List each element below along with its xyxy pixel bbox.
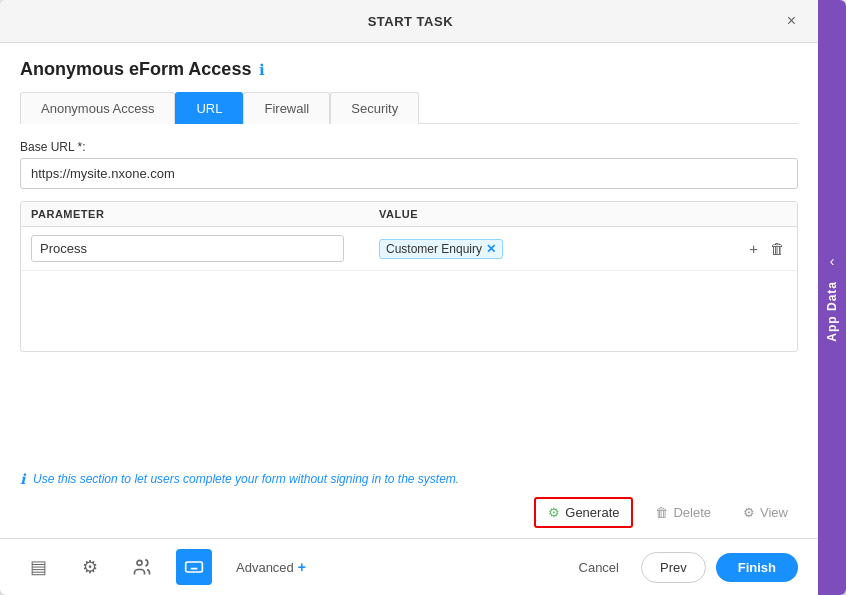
add-row-button[interactable]: +	[747, 238, 760, 259]
tabs-row: Anonymous Access URL Firewall Security	[20, 92, 798, 124]
footer-form-icon[interactable]: ▤	[20, 549, 56, 585]
col-parameter: PARAMETER	[31, 208, 379, 220]
generate-label: Generate	[565, 505, 619, 520]
info-text: Use this section to let users complete y…	[33, 472, 459, 486]
info-bar: ℹ Use this section to let users complete…	[20, 461, 798, 493]
table-row: Customer Enquiry ✕ + 🗑	[21, 227, 797, 271]
svg-rect-1	[186, 562, 203, 572]
form-area: Base URL *: PARAMETER VALUE	[20, 140, 798, 461]
generate-button[interactable]: ⚙ Generate	[534, 497, 633, 528]
tab-anonymous-access[interactable]: Anonymous Access	[20, 92, 175, 124]
value-cell: Customer Enquiry ✕	[379, 239, 692, 259]
start-task-dialog: START TASK × Anonymous eForm Access ℹ An…	[0, 0, 846, 595]
delete-label: Delete	[673, 505, 711, 520]
generate-gear-icon: ⚙	[548, 505, 560, 520]
tag-close-button[interactable]: ✕	[486, 242, 496, 256]
advanced-label: Advanced	[236, 560, 294, 575]
dialog-title: START TASK	[40, 14, 781, 29]
footer-nav: Cancel Prev Finish	[567, 552, 798, 583]
advanced-plus-icon: +	[298, 559, 306, 575]
col-actions	[727, 208, 787, 220]
dialog-body: Anonymous eForm Access ℹ Anonymous Acces…	[0, 43, 818, 538]
parameter-input[interactable]	[31, 235, 344, 262]
footer-gear-icon[interactable]: ⚙	[72, 549, 108, 585]
page-title-row: Anonymous eForm Access ℹ	[20, 59, 798, 80]
view-button[interactable]: ⚙ View	[733, 499, 798, 526]
dialog-header: START TASK ×	[0, 0, 818, 43]
footer-toolbar: ▤ ⚙ Advanced	[0, 538, 818, 595]
table-header: PARAMETER VALUE	[21, 202, 797, 227]
app-data-panel[interactable]: ‹ App Data	[818, 0, 846, 595]
cancel-button[interactable]: Cancel	[567, 553, 631, 582]
advanced-button[interactable]: Advanced +	[228, 555, 314, 579]
prev-button[interactable]: Prev	[641, 552, 706, 583]
tab-security[interactable]: Security	[330, 92, 419, 124]
base-url-label: Base URL *:	[20, 140, 798, 154]
table-empty-space	[21, 271, 797, 351]
base-url-input[interactable]	[20, 158, 798, 189]
parameter-table: PARAMETER VALUE Customer Enquiry ✕	[20, 201, 798, 352]
footer-keyboard-icon[interactable]	[176, 549, 212, 585]
svg-point-0	[137, 560, 142, 565]
page-title: Anonymous eForm Access	[20, 59, 251, 80]
action-buttons-row: ⚙ Generate 🗑 Delete ⚙ View	[20, 493, 798, 538]
tab-firewall[interactable]: Firewall	[243, 92, 330, 124]
info-bar-icon: ℹ	[20, 471, 25, 487]
footer-people-icon[interactable]	[124, 549, 160, 585]
main-content: START TASK × Anonymous eForm Access ℹ An…	[0, 0, 818, 595]
delete-row-button[interactable]: 🗑	[768, 238, 787, 259]
footer-icons: ▤ ⚙ Advanced	[20, 549, 314, 585]
col-value: VALUE	[379, 208, 727, 220]
finish-button[interactable]: Finish	[716, 553, 798, 582]
delete-button[interactable]: 🗑 Delete	[645, 499, 721, 526]
tag-text: Customer Enquiry	[386, 242, 482, 256]
value-tag: Customer Enquiry ✕	[379, 239, 503, 259]
delete-icon: 🗑	[655, 505, 668, 520]
tab-url[interactable]: URL	[175, 92, 243, 124]
view-icon: ⚙	[743, 505, 755, 520]
row-actions: + 🗑	[727, 238, 787, 259]
parameter-cell	[31, 235, 379, 262]
info-icon[interactable]: ℹ	[259, 61, 265, 79]
view-label: View	[760, 505, 788, 520]
side-panel-label: App Data	[825, 281, 839, 342]
side-panel-arrow-icon: ‹	[830, 253, 835, 269]
close-button[interactable]: ×	[781, 10, 802, 32]
